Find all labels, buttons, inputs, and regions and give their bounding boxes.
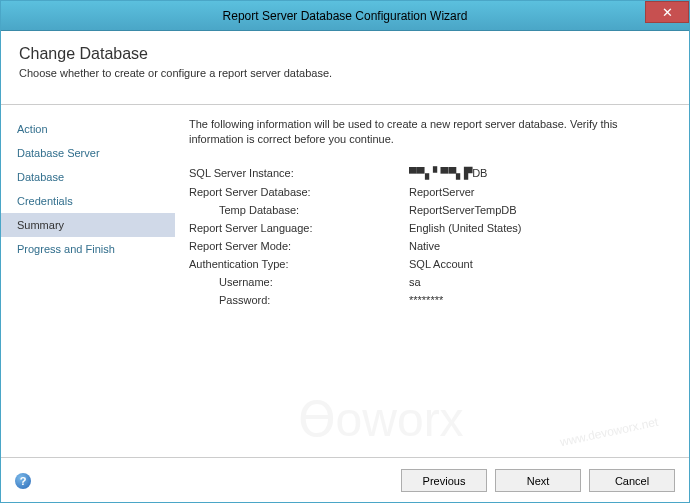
content: The following information will be used t… [175, 105, 689, 457]
summary-value-language: English (United States) [409, 222, 669, 234]
footer-buttons: Previous Next Cancel [401, 469, 675, 492]
sidebar-item-database-server[interactable]: Database Server [1, 141, 175, 165]
sidebar-item-summary[interactable]: Summary [1, 213, 175, 237]
help-icon[interactable]: ? [15, 473, 31, 489]
intro-text: The following information will be used t… [189, 117, 669, 147]
summary-label-sql-instance: SQL Server Instance: [189, 167, 409, 180]
close-button[interactable]: ✕ [645, 1, 689, 23]
watermark-url: www.devoworx.net [559, 415, 660, 449]
titlebar: Report Server Database Configuration Wiz… [1, 1, 689, 31]
summary-value-auth-type: SQL Account [409, 258, 669, 270]
next-button[interactable]: Next [495, 469, 581, 492]
summary-value-mode: Native [409, 240, 669, 252]
header: Change Database Choose whether to create… [1, 31, 689, 105]
summary-label-password: Password: [189, 294, 409, 306]
previous-button[interactable]: Previous [401, 469, 487, 492]
summary-value-username: sa [409, 276, 669, 288]
page-title: Change Database [19, 45, 671, 63]
watermark-logo: Ɵoworx [298, 391, 464, 447]
window-title: Report Server Database Configuration Wiz… [223, 9, 468, 23]
footer: ? Previous Next Cancel [1, 457, 689, 503]
close-icon: ✕ [662, 5, 673, 20]
summary-label-auth-type: Authentication Type: [189, 258, 409, 270]
summary-label-mode: Report Server Mode: [189, 240, 409, 252]
summary-label-username: Username: [189, 276, 409, 288]
summary-label-temp-db: Temp Database: [189, 204, 409, 216]
sidebar-item-credentials[interactable]: Credentials [1, 189, 175, 213]
sidebar-item-action[interactable]: Action [1, 117, 175, 141]
cancel-button[interactable]: Cancel [589, 469, 675, 492]
summary-label-report-db: Report Server Database: [189, 186, 409, 198]
summary-grid: SQL Server Instance: ▀▀▖▘▀▀▖▛DB Report S… [189, 167, 669, 306]
summary-value-report-db: ReportServer [409, 186, 669, 198]
sidebar-item-database[interactable]: Database [1, 165, 175, 189]
summary-value-temp-db: ReportServerTempDB [409, 204, 669, 216]
sidebar: Action Database Server Database Credenti… [1, 105, 175, 457]
body: Action Database Server Database Credenti… [1, 105, 689, 457]
page-subtitle: Choose whether to create or configure a … [19, 67, 671, 79]
summary-label-language: Report Server Language: [189, 222, 409, 234]
sidebar-item-progress-and-finish[interactable]: Progress and Finish [1, 237, 175, 261]
summary-value-password: ******** [409, 294, 669, 306]
summary-value-sql-instance: ▀▀▖▘▀▀▖▛DB [409, 167, 669, 180]
